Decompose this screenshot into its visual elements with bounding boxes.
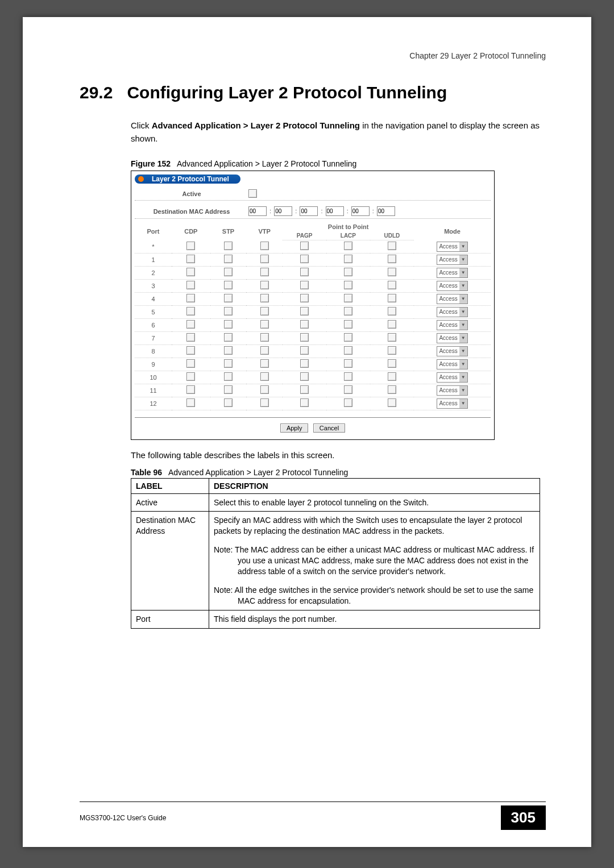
port-checkbox[interactable] <box>224 307 233 315</box>
port-checkbox[interactable] <box>186 372 195 381</box>
port-checkbox[interactable] <box>344 385 352 394</box>
mode-select[interactable]: Access▼ <box>437 294 467 304</box>
port-checkbox[interactable] <box>224 333 233 342</box>
port-checkbox[interactable] <box>300 320 309 329</box>
port-checkbox[interactable] <box>300 333 309 342</box>
port-checkbox[interactable] <box>388 372 396 381</box>
port-checkbox[interactable] <box>388 359 396 368</box>
port-checkbox[interactable] <box>186 398 195 407</box>
port-checkbox[interactable] <box>344 398 352 407</box>
port-checkbox[interactable] <box>388 346 396 355</box>
port-checkbox[interactable] <box>260 359 269 368</box>
port-checkbox[interactable] <box>224 372 233 381</box>
port-checkbox[interactable] <box>300 242 309 250</box>
port-checkbox[interactable] <box>344 294 352 302</box>
port-checkbox[interactable] <box>344 268 352 276</box>
port-checkbox[interactable] <box>260 307 269 315</box>
mode-select[interactable]: Access▼ <box>437 372 467 383</box>
port-checkbox[interactable] <box>224 398 233 407</box>
port-checkbox[interactable] <box>186 333 195 342</box>
port-checkbox[interactable] <box>300 359 309 368</box>
port-checkbox[interactable] <box>186 307 195 315</box>
mode-select[interactable]: Access▼ <box>437 398 467 409</box>
mode-select[interactable]: Access▼ <box>437 359 467 369</box>
port-checkbox[interactable] <box>224 320 233 329</box>
port-checkbox[interactable] <box>186 346 195 355</box>
port-checkbox[interactable] <box>388 242 396 250</box>
mode-select[interactable]: Access▼ <box>437 255 467 265</box>
cancel-button[interactable]: Cancel <box>313 423 345 433</box>
mode-select[interactable]: Access▼ <box>437 346 467 356</box>
active-checkbox[interactable] <box>248 189 257 198</box>
port-checkbox[interactable] <box>344 242 352 250</box>
port-checkbox[interactable] <box>186 268 195 276</box>
port-checkbox[interactable] <box>260 320 269 329</box>
mac-octet-6[interactable] <box>377 206 395 216</box>
port-checkbox[interactable] <box>186 385 195 394</box>
port-checkbox[interactable] <box>344 346 352 355</box>
mode-select[interactable]: Access▼ <box>437 385 467 396</box>
port-checkbox[interactable] <box>388 268 396 276</box>
mac-octet-4[interactable] <box>326 206 344 216</box>
port-checkbox[interactable] <box>260 398 269 407</box>
port-checkbox[interactable] <box>344 307 352 315</box>
port-checkbox[interactable] <box>300 255 309 263</box>
port-checkbox[interactable] <box>388 385 396 394</box>
port-checkbox[interactable] <box>224 359 233 368</box>
port-checkbox[interactable] <box>300 307 309 315</box>
port-checkbox[interactable] <box>344 255 352 263</box>
port-checkbox[interactable] <box>344 320 352 329</box>
port-checkbox[interactable] <box>186 359 195 368</box>
mode-select[interactable]: Access▼ <box>437 307 467 317</box>
port-checkbox[interactable] <box>300 281 309 289</box>
mode-select[interactable]: Access▼ <box>437 320 467 330</box>
port-checkbox[interactable] <box>388 320 396 329</box>
port-checkbox[interactable] <box>300 268 309 276</box>
mac-octet-1[interactable] <box>248 206 267 216</box>
port-checkbox[interactable] <box>300 346 309 355</box>
port-checkbox[interactable] <box>388 398 396 407</box>
port-checkbox[interactable] <box>186 281 195 289</box>
apply-button[interactable]: Apply <box>280 423 309 433</box>
port-checkbox[interactable] <box>300 385 309 394</box>
port-checkbox[interactable] <box>300 372 309 381</box>
port-checkbox[interactable] <box>224 294 233 302</box>
port-checkbox[interactable] <box>224 346 233 355</box>
port-checkbox[interactable] <box>300 398 309 407</box>
port-checkbox[interactable] <box>186 242 195 250</box>
port-checkbox[interactable] <box>388 333 396 342</box>
port-checkbox[interactable] <box>260 385 269 394</box>
port-checkbox[interactable] <box>300 294 309 302</box>
mac-octet-5[interactable] <box>351 206 370 216</box>
port-checkbox[interactable] <box>260 294 269 302</box>
port-checkbox[interactable] <box>260 255 269 263</box>
port-checkbox[interactable] <box>388 255 396 263</box>
port-checkbox[interactable] <box>388 294 396 302</box>
port-checkbox[interactable] <box>224 385 233 394</box>
mac-octet-2[interactable] <box>274 206 292 216</box>
port-checkbox[interactable] <box>224 281 233 289</box>
port-checkbox[interactable] <box>260 333 269 342</box>
port-checkbox[interactable] <box>344 281 352 289</box>
mode-select[interactable]: Access▼ <box>437 242 467 252</box>
port-checkbox[interactable] <box>260 281 269 289</box>
port-checkbox[interactable] <box>186 255 195 263</box>
port-checkbox[interactable] <box>224 255 233 263</box>
port-checkbox[interactable] <box>186 294 195 302</box>
port-checkbox[interactable] <box>344 333 352 342</box>
mode-select[interactable]: Access▼ <box>437 281 467 291</box>
port-checkbox[interactable] <box>186 320 195 329</box>
port-checkbox[interactable] <box>260 372 269 381</box>
port-checkbox[interactable] <box>260 346 269 355</box>
port-checkbox[interactable] <box>388 307 396 315</box>
mode-select[interactable]: Access▼ <box>437 333 467 343</box>
mode-select[interactable]: Access▼ <box>437 268 467 278</box>
port-checkbox[interactable] <box>344 359 352 368</box>
port-checkbox[interactable] <box>224 268 233 276</box>
port-checkbox[interactable] <box>260 268 269 276</box>
port-checkbox[interactable] <box>388 281 396 289</box>
mac-octet-3[interactable] <box>300 206 318 216</box>
port-checkbox[interactable] <box>260 242 269 250</box>
port-checkbox[interactable] <box>224 242 233 250</box>
port-checkbox[interactable] <box>344 372 352 381</box>
